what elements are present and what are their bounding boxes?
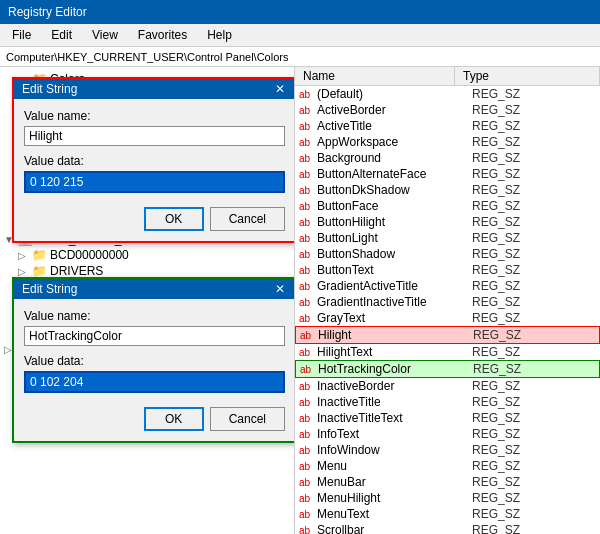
registry-row[interactable]: ab GradientInactiveTitle REG_SZ: [295, 294, 600, 310]
reg-value-icon: ab: [299, 525, 317, 535]
reg-name: GrayText: [317, 311, 472, 325]
dialog-red-ok-button[interactable]: OK: [144, 207, 204, 231]
menu-favorites[interactable]: Favorites: [134, 26, 191, 44]
registry-row[interactable]: ab MenuBar REG_SZ: [295, 474, 600, 490]
registry-row[interactable]: ab GradientActiveTitle REG_SZ: [295, 278, 600, 294]
registry-row[interactable]: ab ButtonFace REG_SZ: [295, 198, 600, 214]
reg-value-icon: ab: [299, 297, 317, 308]
dialog-red-name-input[interactable]: [24, 126, 285, 146]
dialog-red-data-input[interactable]: [24, 171, 285, 193]
registry-row[interactable]: ab ButtonShadow REG_SZ: [295, 246, 600, 262]
reg-name: GradientInactiveTitle: [317, 295, 472, 309]
title-bar-label: Registry Editor: [8, 5, 87, 19]
reg-value-icon: ab: [299, 509, 317, 520]
registry-row[interactable]: ab ActiveBorder REG_SZ: [295, 102, 600, 118]
reg-type: REG_SZ: [473, 362, 595, 376]
reg-type: REG_SZ: [472, 491, 596, 505]
reg-value-icon: ab: [299, 461, 317, 472]
reg-name: Menu: [317, 459, 472, 473]
registry-row[interactable]: ab ButtonDkShadow REG_SZ: [295, 182, 600, 198]
reg-value-icon: ab: [299, 281, 317, 292]
reg-name: ActiveTitle: [317, 119, 472, 133]
registry-row[interactable]: ab InfoWindow REG_SZ: [295, 442, 600, 458]
reg-name: ButtonHilight: [317, 215, 472, 229]
expand-arrow: ▷: [18, 266, 32, 277]
registry-row[interactable]: ab MenuHilight REG_SZ: [295, 490, 600, 506]
menu-file[interactable]: File: [8, 26, 35, 44]
tree-item-bcd[interactable]: ▷ 📁 BCD00000000: [0, 247, 294, 263]
reg-value-icon: ab: [299, 217, 317, 228]
reg-name: InactiveTitle: [317, 395, 472, 409]
menu-edit[interactable]: Edit: [47, 26, 76, 44]
registry-row[interactable]: ab HilightText REG_SZ: [295, 344, 600, 360]
dialog-red-close-button[interactable]: ✕: [273, 82, 287, 96]
reg-value-icon: ab: [299, 493, 317, 504]
reg-value-icon: ab: [299, 347, 317, 358]
dialog-red-title-bar: Edit String ✕: [14, 79, 295, 99]
dialog-green-ok-button[interactable]: OK: [144, 407, 204, 431]
reg-name: Background: [317, 151, 472, 165]
registry-row[interactable]: ab InfoText REG_SZ: [295, 426, 600, 442]
reg-value-icon: ab: [299, 233, 317, 244]
reg-name: (Default): [317, 87, 472, 101]
reg-name: HilightText: [317, 345, 472, 359]
registry-row-hilight[interactable]: ab Hilight REG_SZ: [295, 326, 600, 344]
reg-value-icon: ab: [299, 381, 317, 392]
reg-name: InactiveBorder: [317, 379, 472, 393]
registry-row[interactable]: ab Menu REG_SZ: [295, 458, 600, 474]
reg-type: REG_SZ: [472, 231, 596, 245]
reg-name: MenuHilight: [317, 491, 472, 505]
reg-type: REG_SZ: [472, 263, 596, 277]
dialog-green-data-label: Value data:: [24, 354, 285, 368]
dialog-green-close-button[interactable]: ✕: [273, 282, 287, 296]
menu-view[interactable]: View: [88, 26, 122, 44]
reg-value-icon: ab: [300, 330, 318, 341]
registry-row[interactable]: ab GrayText REG_SZ: [295, 310, 600, 326]
registry-row[interactable]: ab Background REG_SZ: [295, 150, 600, 166]
registry-row[interactable]: ab ButtonAlternateFace REG_SZ: [295, 166, 600, 182]
title-bar: Registry Editor: [0, 0, 600, 24]
main-layout: ▼ 📁 Colors ▷ 📁 Cursors ▷ 📁 Environment ▷…: [0, 67, 600, 534]
registry-row[interactable]: ab AppWorkspace REG_SZ: [295, 134, 600, 150]
reg-value-icon: ab: [299, 105, 317, 116]
registry-row[interactable]: ab ButtonText REG_SZ: [295, 262, 600, 278]
reg-name: ButtonDkShadow: [317, 183, 472, 197]
address-path: Computer\HKEY_CURRENT_USER\Control Panel…: [6, 51, 288, 63]
reg-name: ActiveBorder: [317, 103, 472, 117]
reg-value-icon: ab: [299, 429, 317, 440]
dialog-red-name-label: Value name:: [24, 109, 285, 123]
reg-type: REG_SZ: [472, 411, 596, 425]
reg-name: HotTrackingColor: [318, 362, 473, 376]
reg-name: ButtonText: [317, 263, 472, 277]
reg-type: REG_SZ: [472, 475, 596, 489]
registry-row[interactable]: ab InactiveBorder REG_SZ: [295, 378, 600, 394]
registry-row-hottracking[interactable]: ab HotTrackingColor REG_SZ: [295, 360, 600, 378]
dialog-red: Edit String ✕ Value name: Value data: OK…: [12, 77, 295, 243]
registry-row[interactable]: ab ActiveTitle REG_SZ: [295, 118, 600, 134]
registry-row[interactable]: ab ButtonLight REG_SZ: [295, 230, 600, 246]
reg-type: REG_SZ: [472, 395, 596, 409]
reg-type: REG_SZ: [472, 311, 596, 325]
reg-type: REG_SZ: [472, 247, 596, 261]
dialog-green-data-input[interactable]: [24, 371, 285, 393]
reg-name: ButtonShadow: [317, 247, 472, 261]
registry-row[interactable]: ab ButtonHilight REG_SZ: [295, 214, 600, 230]
dialog-green-name-input[interactable]: [24, 326, 285, 346]
registry-row[interactable]: ab Scrollbar REG_SZ: [295, 522, 600, 534]
address-bar: Computer\HKEY_CURRENT_USER\Control Panel…: [0, 47, 600, 67]
expand-arrow: ▷: [18, 250, 32, 261]
menu-help[interactable]: Help: [203, 26, 236, 44]
reg-value-icon: ab: [299, 397, 317, 408]
registry-row[interactable]: ab MenuText REG_SZ: [295, 506, 600, 522]
dialog-red-cancel-button[interactable]: Cancel: [210, 207, 285, 231]
registry-row[interactable]: ab InactiveTitle REG_SZ: [295, 394, 600, 410]
reg-type: REG_SZ: [472, 103, 596, 117]
registry-panel: Name Type ab (Default) REG_SZ ab ActiveB…: [295, 67, 600, 534]
registry-row[interactable]: ab InactiveTitleText REG_SZ: [295, 410, 600, 426]
dialog-green-buttons: OK Cancel: [24, 407, 285, 431]
dialog-green-cancel-button[interactable]: Cancel: [210, 407, 285, 431]
menu-bar: File Edit View Favorites Help: [0, 24, 600, 47]
reg-type: REG_SZ: [472, 345, 596, 359]
reg-name: InactiveTitleText: [317, 411, 472, 425]
registry-row[interactable]: ab (Default) REG_SZ: [295, 86, 600, 102]
